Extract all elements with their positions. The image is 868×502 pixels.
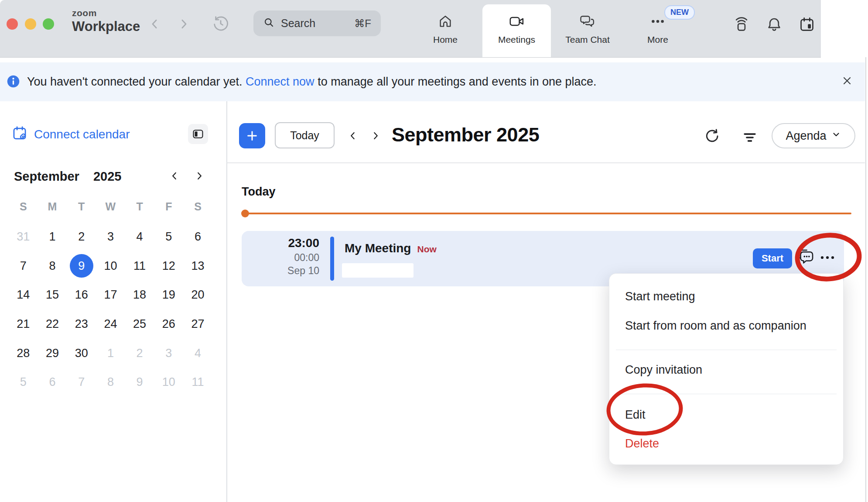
mini-calendar-day[interactable]: 9 <box>67 251 96 281</box>
filter-icon[interactable] <box>742 129 758 148</box>
tab-home-label: Home <box>433 34 458 45</box>
tab-home[interactable]: Home <box>413 4 478 57</box>
mini-calendar-day[interactable]: 1 <box>38 222 67 251</box>
tab-meetings[interactable]: Meetings <box>482 4 551 57</box>
mini-calendar-day[interactable]: 5 <box>9 368 38 397</box>
connect-calendar-label: Connect calendar <box>34 127 130 141</box>
prev-period-icon[interactable] <box>347 130 359 143</box>
menu-item-delete[interactable]: Delete <box>625 432 827 455</box>
mini-calendar-day[interactable]: 6 <box>183 222 212 251</box>
mini-calendar-day[interactable]: 5 <box>154 222 183 251</box>
tab-more-label: More <box>647 34 668 45</box>
current-time-indicator <box>242 213 851 214</box>
tab-team-chat[interactable]: Team Chat <box>553 4 622 57</box>
notifications-bell-icon[interactable] <box>766 16 783 35</box>
mini-calendar-day[interactable]: 24 <box>96 309 125 339</box>
mini-calendar-day[interactable]: 22 <box>38 309 67 339</box>
mini-calendar-day[interactable]: 2 <box>67 222 96 251</box>
zoom-workplace-window: zoom Workplace Search ⌘F Home <box>0 0 868 502</box>
mini-calendar-day[interactable]: 2 <box>125 339 154 368</box>
mini-calendar-day[interactable]: 10 <box>154 368 183 397</box>
mini-calendar-day[interactable]: 28 <box>9 339 38 368</box>
panel-layout-icon <box>192 128 204 140</box>
connect-calendar-link[interactable]: Connect calendar <box>12 125 130 144</box>
next-period-icon[interactable] <box>370 130 381 143</box>
nav-forward-icon[interactable] <box>177 17 190 33</box>
calendar-day-header: F <box>154 196 183 217</box>
mini-calendar-day[interactable]: 11 <box>125 251 154 281</box>
window-zoom-button[interactable] <box>43 18 54 30</box>
sidebar-panel-toggle-button[interactable] <box>188 124 208 144</box>
view-selector-dropdown[interactable]: Agenda <box>772 123 855 148</box>
mini-calendar-day[interactable]: 15 <box>38 280 67 309</box>
mini-calendar-day[interactable]: 3 <box>154 339 183 368</box>
menu-item-copy-invitation[interactable]: Copy invitation <box>625 358 827 382</box>
meeting-end-date: Sep 10 <box>287 265 319 277</box>
mini-calendar-day[interactable]: 16 <box>67 280 96 309</box>
new-meeting-button[interactable] <box>239 123 265 148</box>
history-icon[interactable] <box>212 15 229 34</box>
mini-calendar-day[interactable]: 17 <box>96 280 125 309</box>
mini-calendar-day[interactable]: 3 <box>96 222 125 251</box>
start-meeting-button[interactable]: Start <box>753 248 792 268</box>
window-minimize-button[interactable] <box>25 18 36 30</box>
mini-calendar-day[interactable]: 11 <box>183 368 212 397</box>
mini-calendar-day[interactable]: 4 <box>183 339 212 368</box>
today-button[interactable]: Today <box>275 122 335 148</box>
mini-calendar-day[interactable]: 27 <box>183 309 212 339</box>
mini-calendar-day[interactable]: 1 <box>96 339 125 368</box>
mini-calendar-day[interactable]: 19 <box>154 280 183 309</box>
mini-calendar-day[interactable]: 9 <box>125 368 154 397</box>
mini-calendar-day[interactable]: 29 <box>38 339 67 368</box>
selected-day-circle: 9 <box>70 254 93 278</box>
nav-back-icon[interactable] <box>148 17 161 33</box>
mini-calendar-day[interactable]: 8 <box>96 368 125 397</box>
mini-calendar-next-icon[interactable] <box>194 170 205 183</box>
banner-text: You haven't connected your calendar yet.… <box>27 75 597 89</box>
window-close-button[interactable] <box>7 18 18 30</box>
mini-calendar-day[interactable]: 13 <box>183 251 212 281</box>
mini-calendar-day[interactable]: 25 <box>125 309 154 339</box>
mini-calendar-day-headers: SMTWTFS <box>9 196 212 217</box>
chevron-down-icon <box>831 129 841 143</box>
page-title: September 2025 <box>392 124 539 146</box>
mini-calendar-day[interactable]: 14 <box>9 280 38 309</box>
mini-calendar-day[interactable]: 23 <box>67 309 96 339</box>
banner-close-icon[interactable] <box>841 75 853 89</box>
mini-calendar-day[interactable]: 30 <box>67 339 96 368</box>
meeting-chat-icon[interactable] <box>796 248 815 268</box>
mini-calendar-day[interactable]: 12 <box>154 251 183 281</box>
view-selector-label: Agenda <box>786 129 826 143</box>
search-input[interactable]: Search ⌘F <box>253 10 381 36</box>
mini-calendar-prev-icon[interactable] <box>169 170 180 183</box>
calendar-day-header: T <box>67 196 96 217</box>
calendar-day-header: S <box>9 196 38 217</box>
menu-item-start-meeting[interactable]: Start meeting <box>625 285 827 308</box>
meeting-start-time: 23:00 <box>288 236 319 250</box>
menu-item-start-from-room-and-as-companion[interactable]: Start from room and as companion <box>625 314 827 337</box>
refresh-icon[interactable] <box>704 128 721 146</box>
mini-calendar-day[interactable]: 18 <box>125 280 154 309</box>
tab-team-chat-label: Team Chat <box>565 34 610 45</box>
logo-workplace-text: Workplace <box>72 20 140 33</box>
mini-calendar-day[interactable]: 26 <box>154 309 183 339</box>
menu-item-edit[interactable]: Edit <box>625 403 827 426</box>
calendar-day-header: M <box>38 196 67 217</box>
mini-calendar-day[interactable]: 21 <box>9 309 38 339</box>
mini-calendar-day[interactable]: 31 <box>9 222 38 251</box>
mini-calendar-day[interactable]: 7 <box>67 368 96 397</box>
rooms-icon[interactable] <box>733 16 750 35</box>
mini-calendar-day[interactable]: 20 <box>183 280 212 309</box>
redacted-meeting-id <box>342 263 413 278</box>
mini-calendar-day[interactable]: 7 <box>9 251 38 281</box>
mini-calendar-day[interactable]: 4 <box>125 222 154 251</box>
mini-calendar-header: September 2025 <box>14 169 121 184</box>
meeting-more-options-icon[interactable] <box>820 254 835 262</box>
window-right-edge <box>865 57 866 502</box>
connect-now-link[interactable]: Connect now <box>246 75 314 88</box>
calendar-icon[interactable] <box>799 16 815 35</box>
mini-calendar-day[interactable]: 6 <box>38 368 67 397</box>
mini-calendar-day[interactable]: 10 <box>96 251 125 281</box>
mini-calendar-day[interactable]: 8 <box>38 251 67 281</box>
meeting-now-badge: Now <box>417 244 436 254</box>
